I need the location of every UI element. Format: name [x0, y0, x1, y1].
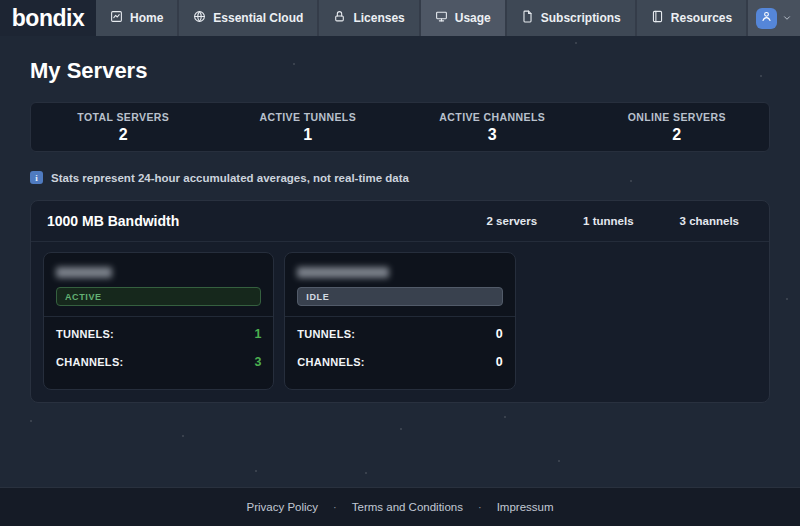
- nav-tab-usage[interactable]: Usage: [421, 0, 505, 36]
- globe-icon: [193, 10, 206, 26]
- meta-tunnels: 1 tunnels: [583, 215, 633, 227]
- channels-label: CHANNELS:: [297, 356, 364, 368]
- tunnels-label: TUNNELS:: [56, 328, 114, 340]
- channels-value: 0: [496, 355, 503, 369]
- nav-tab-label: Home: [130, 11, 163, 25]
- server-card-2[interactable]: IDLE TUNNELS: 0 CHANNELS: 0: [284, 252, 515, 390]
- nav-tab-resources[interactable]: Resources: [637, 0, 746, 36]
- stat-value: 3: [488, 126, 497, 144]
- server-card-grid: ACTIVE TUNNELS: 1 CHANNELS: 3 IDLE TUNNE…: [31, 242, 769, 402]
- info-icon: i: [30, 171, 43, 184]
- channels-label: CHANNELS:: [56, 356, 123, 368]
- stat-active-channels: ACTIVE CHANNELS 3: [400, 112, 585, 142]
- nav-tab-label: Usage: [455, 11, 491, 25]
- nav-tab-subscriptions[interactable]: Subscriptions: [507, 0, 635, 36]
- empty-grid-cell: [526, 252, 757, 390]
- tunnels-label: TUNNELS:: [297, 328, 355, 340]
- stat-active-tunnels: ACTIVE TUNNELS 1: [216, 112, 401, 142]
- footer-link-privacy[interactable]: Privacy Policy: [246, 501, 318, 513]
- top-navbar: bondix Home Essential Cloud Licenses Usa…: [0, 0, 800, 36]
- meta-servers: 2 servers: [487, 215, 538, 227]
- stat-label: ACTIVE TUNNELS: [259, 111, 356, 123]
- user-menu-button[interactable]: [748, 0, 800, 36]
- card-divider: [285, 316, 514, 317]
- nav-tab-label: Licenses: [353, 11, 404, 25]
- tunnels-row: TUNNELS: 1: [56, 327, 261, 341]
- channels-value: 3: [254, 355, 261, 369]
- notice-text: Stats represent 24-hour accumulated aver…: [51, 172, 409, 184]
- stat-value: 2: [119, 126, 128, 144]
- bandwidth-title: 1000 MB Bandwidth: [47, 213, 179, 229]
- bandwidth-panel: 1000 MB Bandwidth 2 servers 1 tunnels 3 …: [30, 200, 770, 403]
- user-icon: [760, 9, 773, 27]
- stat-value: 1: [303, 126, 312, 144]
- tunnels-value: 0: [496, 327, 503, 341]
- footer-link-terms[interactable]: Terms and Conditions: [352, 501, 463, 513]
- page-footer: Privacy Policy · Terms and Conditions · …: [0, 487, 800, 526]
- footer-separator: ·: [478, 501, 482, 513]
- avatar: [756, 8, 777, 29]
- nav-tab-home[interactable]: Home: [96, 0, 177, 36]
- chevron-down-icon: [782, 9, 792, 27]
- page-title: My Servers: [30, 58, 770, 84]
- main-content: My Servers TOTAL SERVERS 2 ACTIVE TUNNEL…: [0, 58, 800, 403]
- nav-tab-label: Subscriptions: [541, 11, 621, 25]
- server-card-1[interactable]: ACTIVE TUNNELS: 1 CHANNELS: 3: [43, 252, 274, 390]
- footer-link-impressum[interactable]: Impressum: [497, 501, 554, 513]
- tunnels-value: 1: [254, 327, 261, 341]
- nav-tab-label: Resources: [671, 11, 732, 25]
- status-badge: ACTIVE: [56, 287, 261, 306]
- stat-online-servers: ONLINE SERVERS 2: [585, 112, 770, 142]
- stats-summary-bar: TOTAL SERVERS 2 ACTIVE TUNNELS 1 ACTIVE …: [30, 102, 770, 152]
- nav-tab-label: Essential Cloud: [213, 11, 303, 25]
- nav-tab-licenses[interactable]: Licenses: [319, 0, 418, 36]
- status-badge: IDLE: [297, 287, 502, 306]
- document-icon: [521, 10, 534, 26]
- nav-tab-essential-cloud[interactable]: Essential Cloud: [179, 0, 317, 36]
- brand-logo[interactable]: bondix: [0, 0, 96, 36]
- meta-channels: 3 channels: [680, 215, 739, 227]
- stat-label: ACTIVE CHANNELS: [439, 111, 545, 123]
- book-icon: [651, 10, 664, 26]
- channels-row: CHANNELS: 0: [297, 355, 502, 369]
- monitor-icon: [435, 10, 448, 26]
- stat-total-servers: TOTAL SERVERS 2: [31, 112, 216, 142]
- server-name-redacted: [297, 267, 389, 278]
- server-name-redacted: [56, 267, 112, 278]
- stat-label: ONLINE SERVERS: [628, 111, 726, 123]
- bandwidth-panel-header: 1000 MB Bandwidth 2 servers 1 tunnels 3 …: [31, 201, 769, 241]
- bandwidth-meta: 2 servers 1 tunnels 3 channels: [487, 215, 753, 227]
- stat-value: 2: [672, 126, 681, 144]
- tunnels-row: TUNNELS: 0: [297, 327, 502, 341]
- card-divider: [44, 316, 273, 317]
- chart-line-icon: [110, 10, 123, 26]
- stat-label: TOTAL SERVERS: [77, 111, 169, 123]
- footer-separator: ·: [333, 501, 337, 513]
- stats-notice: i Stats represent 24-hour accumulated av…: [30, 171, 770, 184]
- nav-tabs: Home Essential Cloud Licenses Usage Subs…: [96, 0, 748, 36]
- lock-icon: [333, 10, 346, 26]
- channels-row: CHANNELS: 3: [56, 355, 261, 369]
